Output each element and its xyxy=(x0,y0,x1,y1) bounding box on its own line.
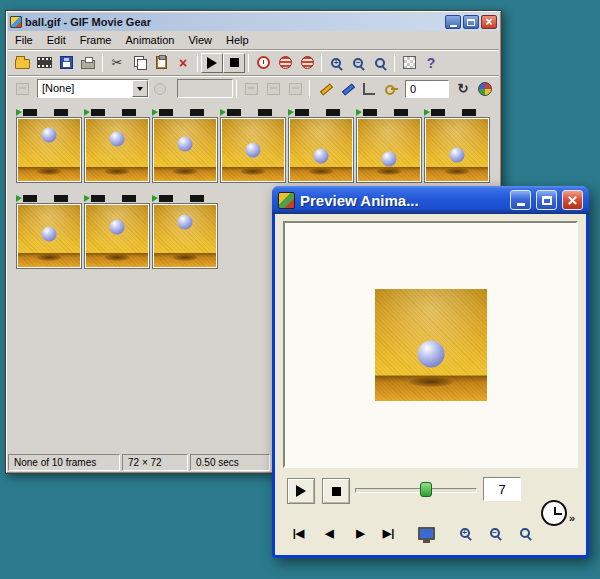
frame-thumbnail[interactable] xyxy=(16,117,82,183)
dropdown-button[interactable] xyxy=(132,80,148,97)
frame-thumbnail[interactable] xyxy=(84,117,150,183)
frame-thumbnail[interactable] xyxy=(16,203,82,269)
preview-zoom-in-button[interactable]: + xyxy=(451,522,478,544)
stop-button[interactable] xyxy=(223,53,245,73)
play-button[interactable] xyxy=(201,53,223,73)
help-button[interactable]: ? xyxy=(420,53,442,73)
frame-properties-button[interactable] xyxy=(11,79,33,99)
first-frame-button[interactable]: |◀ xyxy=(285,522,312,544)
filmstrip-frame[interactable] xyxy=(16,109,82,183)
preview-minimize-button[interactable] xyxy=(510,190,531,210)
frame-thumbnail[interactable] xyxy=(220,117,286,183)
clock-icon[interactable] xyxy=(541,500,567,526)
preview-zoom-fit-button[interactable] xyxy=(511,522,538,544)
filmstrip-frame[interactable] xyxy=(84,195,150,269)
filmstrip-icon xyxy=(37,57,52,68)
frame-name-dropdown[interactable]: [None] xyxy=(37,79,149,98)
refresh-button[interactable]: ↻ xyxy=(452,79,474,99)
minimize-button[interactable] xyxy=(445,15,461,29)
frame-thumbnail[interactable] xyxy=(152,117,218,183)
ball-shadow xyxy=(408,377,454,387)
preview-title-bar[interactable]: Preview Anima... × xyxy=(272,186,589,214)
frame-info-button[interactable] xyxy=(149,79,171,99)
print-button[interactable] xyxy=(77,53,99,73)
filmstrip-frame[interactable] xyxy=(152,195,218,269)
save-button[interactable] xyxy=(55,53,77,73)
reduce-colors-button[interactable] xyxy=(296,53,318,73)
title-bar[interactable]: ball.gif - GIF Movie Gear × xyxy=(8,13,499,31)
filmstrip-frame[interactable] xyxy=(220,109,286,183)
slider-track[interactable] xyxy=(355,488,477,493)
toolbar-separator xyxy=(102,54,103,72)
close-button[interactable]: × xyxy=(481,15,497,29)
film-sprocket-strip xyxy=(152,109,218,116)
preview-close-button[interactable]: × xyxy=(562,190,583,210)
paint-frame-button[interactable] xyxy=(335,79,357,99)
ball-shadow xyxy=(104,254,130,261)
filmstrip-frame[interactable] xyxy=(424,109,490,183)
menu-file[interactable]: File xyxy=(8,32,40,48)
menu-animation[interactable]: Animation xyxy=(118,32,181,48)
cut-button[interactable]: ✂ xyxy=(106,53,128,73)
move-frame-right-button[interactable] xyxy=(262,79,284,99)
frame-image xyxy=(18,205,80,267)
frame-delay-marker xyxy=(220,109,226,116)
frame-delay-marker xyxy=(84,109,90,116)
maximize-icon xyxy=(467,19,475,26)
menu-help[interactable]: Help xyxy=(219,32,256,48)
filmstrip-frame[interactable] xyxy=(356,109,422,183)
transparency-button[interactable] xyxy=(398,53,420,73)
zoom-in-button[interactable]: + xyxy=(325,53,347,73)
zoom-fit-icon xyxy=(375,58,385,68)
merge-frames-button[interactable] xyxy=(284,79,306,99)
open-button[interactable] xyxy=(11,53,33,73)
paste-button[interactable] xyxy=(150,53,172,73)
menu-frame[interactable]: Frame xyxy=(73,32,119,48)
zoom-out-button[interactable]: − xyxy=(347,53,369,73)
frame-delay-marker xyxy=(84,195,90,202)
preview-window[interactable]: Preview Anima... × 7 |◀ ◀ ▶ ▶| + − » xyxy=(272,186,589,558)
filmstrip-frame[interactable] xyxy=(152,109,218,183)
frame-thumbnail[interactable] xyxy=(152,203,218,269)
frame-image xyxy=(426,119,488,181)
frame-slider[interactable] xyxy=(355,481,477,499)
delete-button[interactable]: × xyxy=(172,53,194,73)
crop-button[interactable] xyxy=(357,79,379,99)
more-options-chevron[interactable]: » xyxy=(569,512,575,524)
toolbar-separator xyxy=(309,80,310,98)
transparency-key-button[interactable] xyxy=(380,79,402,99)
brush-icon xyxy=(340,82,353,95)
frame-thumbnail[interactable] xyxy=(84,203,150,269)
preview-play-button[interactable] xyxy=(287,478,315,504)
film-sprocket-strip xyxy=(16,109,82,116)
preview-zoom-out-button[interactable]: − xyxy=(481,522,508,544)
frame-image xyxy=(86,119,148,181)
preview-maximize-button[interactable] xyxy=(536,190,557,210)
menu-view[interactable]: View xyxy=(181,32,219,48)
preview-stop-button[interactable] xyxy=(322,478,350,504)
next-frame-button[interactable]: ▶ xyxy=(347,522,374,544)
palette-button[interactable] xyxy=(474,79,496,99)
filmstrip-frame[interactable] xyxy=(84,109,150,183)
merge-icon xyxy=(289,83,302,95)
fullscreen-preview-button[interactable] xyxy=(413,522,440,544)
frame-thumbnail[interactable] xyxy=(288,117,354,183)
previous-frame-button[interactable]: ◀ xyxy=(316,522,343,544)
filmstrip-frame[interactable] xyxy=(288,109,354,183)
copy-button[interactable] xyxy=(128,53,150,73)
move-frame-left-button[interactable] xyxy=(240,79,262,99)
add-frames-button[interactable] xyxy=(33,53,55,73)
last-frame-button[interactable]: ▶| xyxy=(375,522,402,544)
frame-thumbnail[interactable] xyxy=(424,117,490,183)
slider-thumb[interactable] xyxy=(420,482,432,497)
menu-edit[interactable]: Edit xyxy=(40,32,73,48)
frame-thumbnail[interactable] xyxy=(356,117,422,183)
optimize-button[interactable] xyxy=(274,53,296,73)
zoom-fit-button[interactable] xyxy=(369,53,391,73)
zoom-in-icon: + xyxy=(460,528,470,538)
maximize-button[interactable] xyxy=(463,15,479,29)
loop-button[interactable] xyxy=(252,53,274,73)
edit-frame-button[interactable] xyxy=(313,79,335,99)
filmstrip-frame[interactable] xyxy=(16,195,82,269)
rotation-field[interactable]: 0 xyxy=(405,80,449,98)
